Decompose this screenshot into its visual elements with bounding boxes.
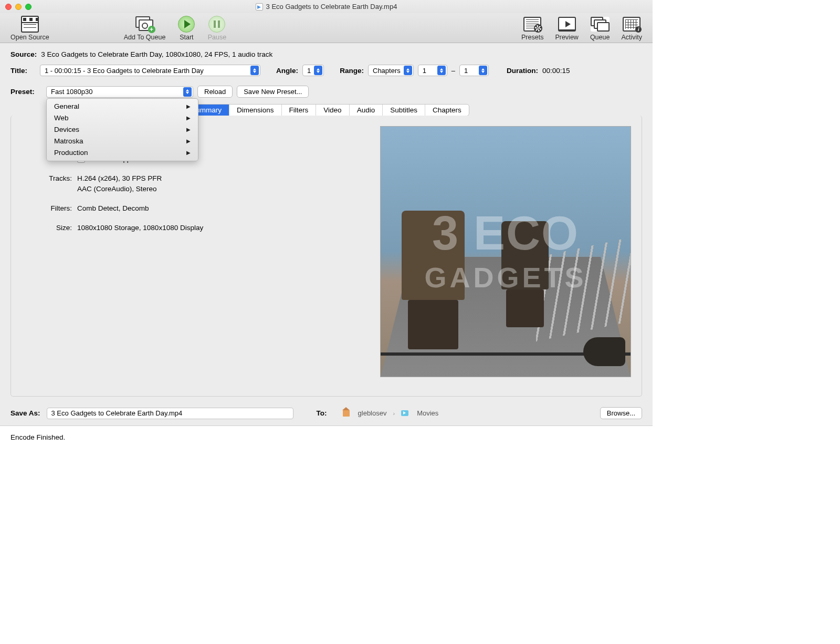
chevron-right-icon: › xyxy=(393,410,395,417)
folder-icon xyxy=(401,410,408,416)
size-label: Size: xyxy=(22,224,72,232)
preset-menu-matroska[interactable]: Matroska▶ xyxy=(47,136,198,147)
chevron-updown-icon xyxy=(479,66,487,75)
preset-select[interactable]: Fast 1080p30 xyxy=(46,86,193,98)
play-icon xyxy=(178,16,195,33)
status-text: Encode Finished. xyxy=(10,433,65,441)
range-mode-value: Chapters xyxy=(373,67,401,75)
chevron-right-icon: ▶ xyxy=(186,103,191,109)
path-user[interactable]: gleblosev xyxy=(358,409,387,417)
tab-audio[interactable]: Audio xyxy=(350,105,383,116)
start-label: Start xyxy=(180,34,193,41)
chevron-updown-icon xyxy=(250,66,259,75)
title-row: Title: 1 - 00:00:15 - 3 Eco Gadgets to C… xyxy=(10,65,642,76)
title-select[interactable]: 1 - 00:00:15 - 3 Eco Gadgets to Celebrat… xyxy=(40,65,260,76)
angle-label: Angle: xyxy=(276,67,298,75)
preset-menu-production[interactable]: Production▶ xyxy=(47,147,198,159)
chevron-updown-icon xyxy=(183,87,192,97)
activity-button[interactable]: Activity xyxy=(616,16,647,41)
preview-icon xyxy=(558,17,576,32)
chevron-updown-icon xyxy=(437,66,446,75)
tab-filters[interactable]: Filters xyxy=(282,105,317,116)
chevron-updown-icon xyxy=(404,66,412,75)
chevron-right-icon: ▶ xyxy=(186,115,191,121)
chevron-right-icon: ▶ xyxy=(186,150,191,155)
preset-value: Fast 1080p30 xyxy=(51,88,93,96)
open-source-button[interactable]: Open Source xyxy=(5,16,55,41)
range-dash: – xyxy=(452,67,455,75)
queue-label: Queue xyxy=(590,34,610,41)
chevron-right-icon: ▶ xyxy=(186,127,191,132)
range-mode-select[interactable]: Chapters xyxy=(368,65,414,76)
open-source-label: Open Source xyxy=(10,34,49,41)
preset-menu-general[interactable]: General▶ xyxy=(47,101,198,112)
preview-label: Preview xyxy=(555,34,578,41)
angle-select[interactable]: 1 xyxy=(302,65,324,76)
reload-button[interactable]: Reload xyxy=(197,86,233,98)
overlay-line2: GADGETS xyxy=(424,261,586,294)
save-as-label: Save As: xyxy=(10,409,40,417)
status-bar: Encode Finished. xyxy=(0,425,653,457)
save-row: Save As: 3 Eco Gadgets to Celebrate Eart… xyxy=(0,397,653,425)
tab-subtitles[interactable]: Subtitles xyxy=(383,105,425,116)
add-to-queue-label: Add To Queue xyxy=(124,34,166,41)
browse-button[interactable]: Browse... xyxy=(600,407,642,419)
presets-icon xyxy=(523,17,541,32)
toolbar: Open Source + Add To Queue Start Pause P… xyxy=(0,13,653,43)
add-to-queue-button[interactable]: + Add To Queue xyxy=(119,16,171,41)
range-from-select[interactable]: 1 xyxy=(418,65,447,76)
home-icon xyxy=(343,410,350,417)
overlay-line1: 3 ECO xyxy=(432,210,579,257)
chevron-right-icon: ▶ xyxy=(186,138,191,144)
window-title: ▶ 3 Eco Gadgets to Celebrate Earth Day.m… xyxy=(0,3,653,11)
source-row: Source: 3 Eco Gadgets to Celebrate Earth… xyxy=(10,50,642,58)
preset-row: Preset: Fast 1080p30 General▶ Web▶ Devic… xyxy=(10,86,642,98)
duration-value: 00:00:15 xyxy=(542,67,570,75)
tab-video[interactable]: Video xyxy=(316,105,349,116)
activity-label: Activity xyxy=(621,34,642,41)
activity-icon xyxy=(623,17,640,32)
source-label: Source: xyxy=(10,50,37,58)
to-label: To: xyxy=(317,409,327,417)
preview-thumbnail: 3 ECO GADGETS xyxy=(380,126,631,377)
tracks-line2: AAC (CoreAudio), Stereo xyxy=(77,185,157,193)
range-from-value: 1 xyxy=(423,67,426,75)
filters-value: Comb Detect, Decomb xyxy=(77,204,149,212)
range-to-select[interactable]: 1 xyxy=(459,65,489,76)
tab-dimensions[interactable]: Dimensions xyxy=(229,105,282,116)
pause-button[interactable]: Pause xyxy=(202,16,232,41)
start-button[interactable]: Start xyxy=(172,16,201,41)
tracks-line1: H.264 (x264), 30 FPS PFR xyxy=(77,174,162,182)
title-value: 1 - 00:00:15 - 3 Eco Gadgets to Celebrat… xyxy=(45,67,204,75)
add-queue-icon: + xyxy=(135,16,154,32)
title-label: Title: xyxy=(10,67,36,75)
preview-button[interactable]: Preview xyxy=(550,16,583,41)
save-new-preset-button[interactable]: Save New Preset... xyxy=(237,86,309,98)
size-value: 1080x1080 Storage, 1080x1080 Display xyxy=(77,224,203,232)
presets-label: Presets xyxy=(521,34,543,41)
queue-button[interactable]: Queue xyxy=(585,16,615,41)
preset-dropdown: General▶ Web▶ Devices▶ Matroska▶ Product… xyxy=(46,98,198,161)
range-label: Range: xyxy=(340,67,364,75)
queue-icon xyxy=(591,17,610,32)
filters-label: Filters: xyxy=(22,204,72,212)
tab-chapters[interactable]: Chapters xyxy=(425,105,469,116)
window-title-text: 3 Eco Gadgets to Celebrate Earth Day.mp4 xyxy=(266,3,397,11)
pause-label: Pause xyxy=(208,34,226,41)
preset-menu-web[interactable]: Web▶ xyxy=(47,112,198,124)
path-folder[interactable]: Movies xyxy=(417,409,438,417)
preset-label: Preset: xyxy=(10,88,42,96)
save-as-input[interactable]: 3 Eco Gadgets to Celebrate Earth Day.mp4 xyxy=(47,408,293,419)
document-icon: ▶ xyxy=(256,3,263,11)
duration-label: Duration: xyxy=(507,67,538,75)
chevron-updown-icon xyxy=(314,66,322,75)
pause-icon xyxy=(208,16,225,33)
tracks-label: Tracks: xyxy=(22,174,72,182)
angle-value: 1 xyxy=(307,67,311,75)
preset-menu-devices[interactable]: Devices▶ xyxy=(47,124,198,136)
titlebar: ▶ 3 Eco Gadgets to Celebrate Earth Day.m… xyxy=(0,0,653,13)
presets-button[interactable]: Presets xyxy=(516,16,549,41)
content-area: Source: 3 Eco Gadgets to Celebrate Earth… xyxy=(0,43,653,397)
source-value: 3 Eco Gadgets to Celebrate Earth Day, 10… xyxy=(41,50,272,58)
range-to-value: 1 xyxy=(464,67,468,75)
